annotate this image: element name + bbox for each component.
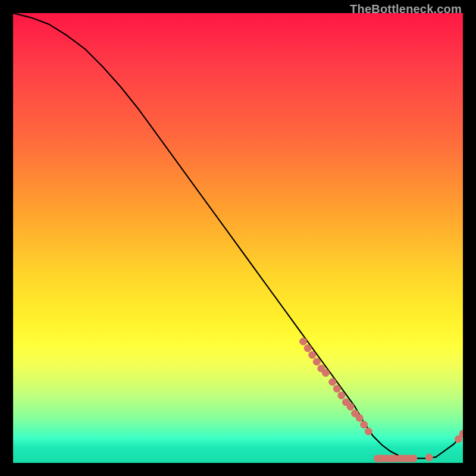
data-point (365, 428, 372, 435)
data-point (304, 345, 311, 352)
data-point (329, 378, 336, 386)
data-point (309, 352, 316, 359)
bottleneck-curve (13, 13, 463, 458)
data-point (322, 369, 329, 377)
data-point (361, 421, 368, 428)
data-point (338, 392, 345, 399)
chart-stage: TheBottleneck.com (0, 0, 476, 476)
data-point (410, 455, 417, 462)
chart-overlay-svg (13, 13, 463, 463)
data-point (313, 358, 320, 365)
plot-area (13, 13, 463, 463)
data-point (347, 403, 354, 411)
data-point (333, 385, 340, 392)
data-point (356, 414, 363, 421)
data-point (425, 454, 433, 461)
data-point (300, 338, 307, 345)
